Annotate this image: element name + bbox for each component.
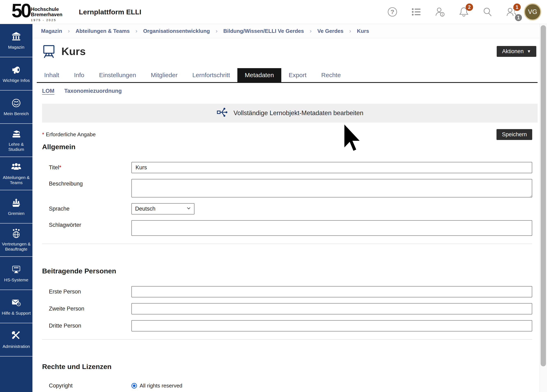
svg-text:***: *** [14, 266, 19, 270]
sprache-selected-value: Deutsch [135, 206, 155, 212]
sidebar-item-magazin[interactable]: Magazin [0, 24, 33, 57]
avatar[interactable]: VG [524, 3, 541, 20]
erste-person-input[interactable] [131, 286, 532, 297]
form-header: *Erforderliche Angabe Speichern [42, 129, 538, 140]
search-icon [482, 6, 493, 17]
logo-name-line2: Bremerhaven [31, 12, 62, 17]
copyright-option-label: All rights reserved [140, 383, 182, 389]
sidebar-item-hs-systeme[interactable]: *** HS-Systeme [0, 257, 33, 290]
logo-years: 1975 - 2025 [31, 18, 62, 22]
zweite-person-label: Zweite Person [42, 306, 131, 312]
aktionen-button[interactable]: Aktionen ▼ [497, 46, 536, 57]
tab-rechte[interactable]: Rechte [314, 68, 348, 82]
copyright-radio-all-rights-reserved[interactable] [131, 383, 137, 389]
sidebar-item-abteilungen-teams[interactable]: Abteilungen & Teams [0, 157, 33, 190]
user-status-icon: ! [434, 6, 445, 17]
books-icon [11, 128, 21, 140]
smiley-icon [11, 98, 21, 109]
breadcrumb-separator-icon: › [136, 28, 137, 34]
speichern-button[interactable]: Speichern [497, 129, 532, 140]
overview-list-button[interactable] [411, 6, 422, 17]
sidebar-item-label: Vertretungen & Beauftragte [1, 241, 32, 252]
tab-inhalt[interactable]: Inhalt [37, 68, 67, 82]
breadcrumb-item-bildung-wissen[interactable]: Bildung/Wissen/ELLI Ve Gerdes [223, 28, 304, 34]
tab-export[interactable]: Export [281, 68, 314, 82]
hochschule-bremerhaven-logo[interactable]: 50 Hochschule Bremerhaven 1975 - 2025 [12, 2, 62, 22]
tab-einstellungen[interactable]: Einstellungen [92, 68, 143, 82]
vertical-scrollbar-track[interactable] [540, 24, 547, 392]
breadcrumb-item-magazin[interactable]: Magazin [41, 28, 62, 34]
megaphone-icon [11, 65, 21, 76]
svg-text:!: ! [442, 13, 443, 17]
beschreibung-textarea[interactable] [131, 179, 532, 197]
contacts-badge-new: 1 [513, 3, 521, 11]
sidebar-item-lehre-studium[interactable]: Lehre & Studium [0, 124, 33, 157]
tab-mitglieder[interactable]: Mitglieder [144, 68, 185, 82]
main-content: Kurs Aktionen ▼ Inhalt Info Einstellunge… [33, 38, 540, 392]
sprache-select[interactable]: Deutsch [131, 203, 194, 215]
zweite-person-input[interactable] [131, 303, 532, 314]
logo-50-anniversary: 50 [12, 2, 30, 19]
edit-full-metadata-label: Vollständige Lernobjekt-Metadaten bearbe… [233, 109, 363, 117]
sidebar-item-vertretungen-beauftragte[interactable]: Vertretungen & Beauftragte [0, 223, 33, 257]
sidebar-item-label: HS-Systeme [4, 277, 28, 282]
share-node-icon [216, 106, 228, 120]
contacts-button[interactable]: 1 1 [506, 6, 517, 17]
subtab-taxonomiezuordnung[interactable]: Taxonomiezuordnung [64, 88, 122, 94]
sidebar-item-label: Lehre & Studium [1, 142, 32, 152]
breadcrumb-item-kurs[interactable]: Kurs [357, 28, 369, 34]
notifications-button[interactable]: 2 [458, 6, 469, 17]
beitragende-form-grid: Erste Person Zweite Person Dritte Person [42, 286, 538, 331]
svg-text:?: ? [18, 303, 20, 306]
sidebar-item-label: Abteilungen & Teams [1, 175, 32, 185]
chevron-down-icon: ▼ [527, 49, 531, 54]
tools-icon [11, 331, 21, 342]
breadcrumb-item-abteilungen-teams[interactable]: Abteilungen & Teams [75, 28, 130, 34]
sidebar-item-gremien[interactable]: Gremien [0, 190, 33, 223]
erste-person-label: Erste Person [42, 289, 131, 295]
tab-metadaten[interactable]: Metadaten [237, 68, 281, 82]
sidebar-item-wichtige-infos[interactable]: Wichtige Infos [0, 57, 33, 90]
breadcrumb-separator-icon: › [349, 28, 351, 34]
sidebar-item-label: Magazin [8, 45, 24, 50]
page-root: 50 Hochschule Bremerhaven 1975 - 2025 Le… [0, 0, 547, 392]
beschreibung-label: Beschreibung [42, 179, 131, 187]
svg-text:?: ? [390, 8, 394, 15]
titel-label: Titel* [42, 164, 131, 171]
sidebar-item-label: Hilfe & Support [2, 311, 31, 316]
app-header: 50 Hochschule Bremerhaven 1975 - 2025 Le… [0, 0, 547, 24]
bulleted-list-icon [411, 6, 422, 17]
contacts-badge-requests: 1 [515, 14, 522, 21]
tab-info[interactable]: Info [67, 68, 92, 82]
tab-lernfortschritt[interactable]: Lernfortschritt [185, 68, 237, 82]
breadcrumb: Magazin › Abteilungen & Teams › Organisa… [33, 24, 540, 38]
sidebar-item-label: Wichtige Infos [3, 78, 30, 83]
vertical-scrollbar-thumb[interactable] [541, 25, 546, 366]
subtab-lom[interactable]: LOM [42, 88, 55, 94]
sidebar-item-hilfe-support[interactable]: ? Hilfe & Support [0, 290, 33, 323]
who-is-online-button[interactable]: ! [434, 6, 445, 17]
allgemein-form-grid: Titel* Beschreibung Sprache Deutsch Schl… [42, 162, 538, 236]
section-divider [42, 339, 532, 340]
help-button[interactable]: ? [387, 6, 398, 17]
edit-full-metadata-banner[interactable]: Vollständige Lernobjekt-Metadaten bearbe… [42, 104, 538, 122]
breadcrumb-item-organisationsentwicklung[interactable]: Organisationsentwicklung [143, 28, 210, 34]
dritte-person-input[interactable] [131, 320, 532, 331]
main-sidebar: Magazin Wichtige Infos [0, 24, 33, 392]
sprache-label: Sprache [42, 206, 131, 212]
titel-input[interactable] [131, 162, 532, 173]
monitor-icon: *** [11, 264, 21, 275]
bank-icon [11, 31, 21, 43]
titel-required-asterisk: * [59, 164, 62, 170]
course-easel-icon [42, 44, 56, 59]
breadcrumb-item-ve-gerdes[interactable]: Ve Gerdes [317, 28, 343, 34]
sidebar-item-label: Mein Bereich [4, 111, 29, 116]
committee-icon [11, 198, 21, 209]
sidebar-item-administration[interactable]: Administration [0, 323, 33, 357]
section-divider [42, 244, 532, 244]
sidebar-item-mein-bereich[interactable]: Mein Bereich [0, 90, 33, 124]
page-title-row: Kurs Aktionen ▼ [42, 44, 538, 59]
section-heading-rechte-lizenzen: Rechte und Lizenzen [42, 363, 538, 371]
schlagwoerter-input[interactable] [131, 220, 532, 236]
search-button[interactable] [482, 6, 493, 17]
